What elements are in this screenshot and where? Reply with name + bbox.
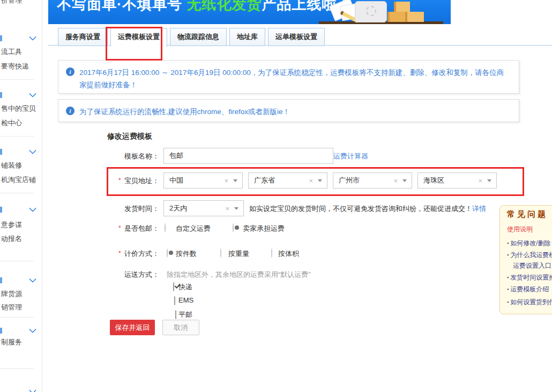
radio-by-piece-label[interactable]: 按件数 [176,249,197,259]
chevron-down-icon[interactable] [29,326,36,333]
shipping-template-settings-page: 价管理 流工具 要寄快递 售中的宝贝 检中心 铺装修 机淘宝店铺 意参谋 动报名… [0,0,552,392]
chevron-down-icon[interactable] [29,205,36,212]
sidebar-item-activity-signup[interactable]: 动报名 [1,234,22,244]
info-icon [66,67,74,76]
template-name-label: 模板名称： [107,152,159,161]
radio-custom-freight-label[interactable]: 自定义运费 [176,224,211,233]
tab-waybill-template-settings[interactable]: 运单模板设置 [268,28,325,46]
radio-by-weight-label[interactable]: 按重量 [228,249,249,259]
faq-link-modify-delete[interactable]: ▪如何修改/删除 [507,239,551,248]
sidebar-divider [0,317,34,318]
promo-banner[interactable]: 不写面单·不填单号 无纸化发货产品上线啦！ [48,0,451,24]
sidebar: 价管理 流工具 要寄快递 售中的宝贝 检中心 铺装修 机淘宝店铺 意参谋 动报名… [0,0,42,392]
bullet-icon: ▪ [507,252,509,258]
item-address-label: 宝贝地址： [107,176,159,186]
faq-link-freight-entry[interactable]: 运费设置入口 [513,261,551,270]
sidebar-section-title-fragment [0,149,2,155]
address-district-select[interactable]: 海珠区 [417,172,497,189]
ship-time-hint: 如实设定宝贝的发货时间，不仅可避免发货咨询和纠纷，还能促进成交！详情 [249,204,486,214]
chevron-down-icon[interactable] [29,147,36,154]
faq-link-ship-time-setting[interactable]: ▪发货时间设置推 [507,273,552,282]
chevron-down-icon[interactable] [29,33,36,41]
faq-link-why-template[interactable]: ▪为什么我运费模 [507,251,552,260]
printer-icon [355,1,387,22]
sidebar-section-title-fragment [0,207,2,213]
ship-time-value: 2天内 [169,203,225,213]
sidebar-item-partial-top[interactable]: 价管理 [1,0,22,5]
sidebar-item-custom-service[interactable]: 制服务 [1,337,22,347]
chevron-down-icon[interactable] [29,90,36,97]
chevron-down-icon[interactable] [29,275,36,283]
sidebar-item-shop-decoration[interactable]: 铺装修 [1,161,22,170]
caret-down-icon[interactable] [233,179,237,182]
tab-shipping-template-settings[interactable]: 运费模板设置 [110,28,167,47]
freight-calculator-link[interactable]: 运费计算器 [333,152,368,161]
sidebar-item-logistics-tools[interactable]: 流工具 [1,47,22,57]
package-box-icon [394,2,410,12]
caret-down-icon[interactable] [318,179,322,182]
sidebar-item-items-on-sale[interactable]: 售中的宝贝 [1,104,36,114]
package-box-icon [387,12,406,22]
form-heading: 修改运费模板 [107,132,152,141]
clear-icon[interactable] [309,177,313,185]
sidebar-section-title-fragment [0,328,2,334]
faq-usage-instructions-link[interactable]: 使用说明 [507,225,533,234]
sidebar-divider [0,368,34,369]
tab-logistics-tracking-info[interactable]: 物流跟踪信息 [170,28,227,46]
banner-text-green: 无纸化发货 [187,0,262,12]
radio-custom-freight[interactable] [165,223,166,232]
clear-icon[interactable] [478,177,482,185]
ship-time-label: 发货时间： [107,204,159,214]
sidebar-item-inspection-center[interactable]: 检中心 [1,118,22,128]
address-province-value: 广东省 [254,176,309,185]
checkbox-express-label[interactable]: 快递 [178,282,192,292]
notice-browser-text: 为了保证系统运行的流畅性,建议使用chrome、firefox或者新版ie！ [79,105,508,122]
tab-address-library[interactable]: 地址库 [229,28,265,46]
checkbox-ems-label[interactable]: EMS [178,296,193,304]
ship-time-detail-link[interactable]: 详情 [472,205,486,213]
radio-by-volume[interactable] [271,248,272,258]
cancel-button[interactable]: 取消 [162,320,199,335]
save-and-return-button[interactable]: 保存并返回 [110,320,155,335]
sidebar-item-distribution-management[interactable]: 销管理 [1,303,22,312]
sidebar-item-brand-supply[interactable]: 牌货源 [1,289,22,299]
address-country-select[interactable]: 中国 [163,172,243,189]
caret-down-icon[interactable] [402,179,407,182]
clear-icon[interactable] [393,177,398,185]
faq-link-cod-setting[interactable]: ▪如何设置货到付 [507,298,552,307]
shipping-method-label: 运送方式： [107,270,159,280]
notice-browser: 为了保证系统运行的流畅性,建议使用chrome、firefox或者新版ie！ [58,99,519,122]
radio-by-piece[interactable] [167,248,168,258]
shipping-method-hint: 除指定地区外，其余地区的运费采用“默认运费” [167,270,311,280]
chevron-down-icon[interactable] [29,387,36,392]
radio-seller-pays-freight[interactable] [233,223,234,232]
address-country-value: 中国 [169,176,224,185]
caret-down-icon[interactable] [487,179,491,182]
sidebar-divider [0,79,34,80]
checkbox-express[interactable] [173,282,174,291]
address-district-value: 海珠区 [423,176,478,185]
faq-link-template-intro[interactable]: ▪运费模板介绍 [507,285,549,294]
clear-icon[interactable] [224,177,228,185]
ship-time-select[interactable]: 2天内 [163,200,244,216]
address-province-select[interactable]: 广东省 [248,172,327,189]
radio-by-weight[interactable] [220,248,221,258]
sidebar-section-title-fragment [0,35,2,41]
radio-by-volume-label[interactable]: 按体积 [278,249,299,259]
checkbox-surface-mail[interactable] [175,310,176,319]
notice-maintenance: 2017年6月17日 16:00:00 ～ 2017年6月19日 00:00:0… [58,60,519,94]
bullet-icon: ▪ [507,240,509,246]
bullet-icon: ▪ [507,299,509,305]
tab-service-provider-settings[interactable]: 服务商设置 [58,28,108,46]
caret-down-icon[interactable] [234,207,238,210]
sidebar-item-business-advisor[interactable]: 意参谋 [1,220,22,230]
sidebar-item-mobile-taobao-shop[interactable]: 机淘宝店铺 [1,175,36,185]
checkbox-surface-mail-label[interactable]: 平邮 [178,310,192,320]
address-city-select[interactable]: 广州市 [333,172,412,189]
clear-icon[interactable] [225,205,229,213]
template-name-input[interactable] [163,148,333,164]
radio-seller-pays-freight-label[interactable]: 卖家承担运费 [243,224,285,233]
info-icon [66,107,74,115]
checkbox-ems[interactable] [174,296,175,305]
sidebar-item-send-express[interactable]: 要寄快递 [1,62,29,71]
